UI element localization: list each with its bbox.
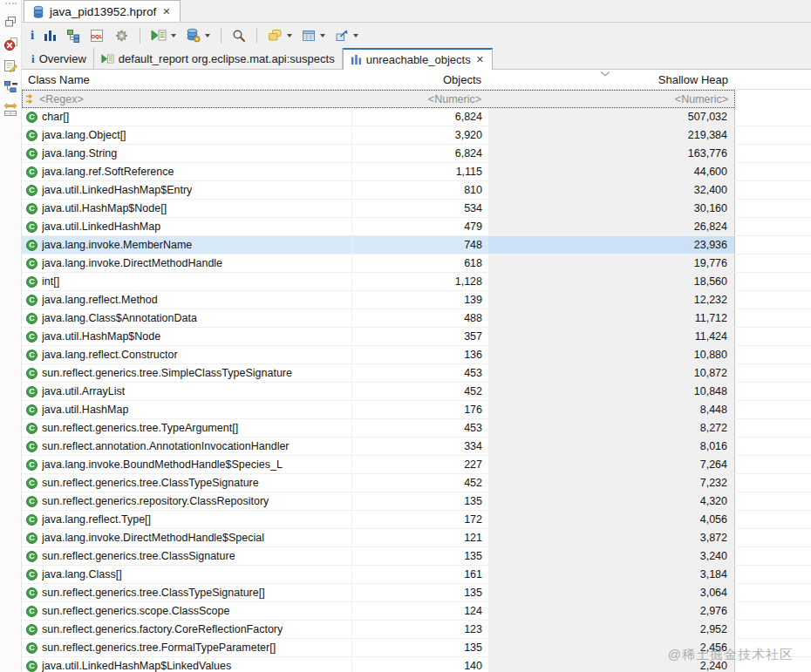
- row-filler: [735, 621, 811, 638]
- table-row[interactable]: Csun.reflect.generics.factory.CoreReflec…: [22, 621, 811, 639]
- shallow-heap-size: 10,880: [488, 346, 735, 363]
- table-row[interactable]: Cjava.lang.reflect.Method13912,232: [22, 291, 811, 309]
- table-row[interactable]: Cjava.lang.invoke.BoundMethodHandle$Spec…: [22, 456, 811, 474]
- tab-label: Overview: [39, 52, 86, 65]
- class-icon: C: [26, 551, 37, 562]
- table-row[interactable]: Cjava.util.LinkedHashMap$LinkedValues140…: [22, 657, 811, 672]
- toolbar-separator: [221, 28, 221, 44]
- table-row[interactable]: Cint[]1,12818,560: [22, 273, 811, 291]
- table-row[interactable]: Csun.reflect.generics.tree.TypeArgument[…: [22, 419, 811, 438]
- objects-count: 135: [352, 547, 488, 565]
- class-name-text: int[]: [42, 273, 59, 290]
- table-row[interactable]: Csun.reflect.generics.tree.FormalTypePar…: [22, 639, 811, 657]
- table-row[interactable]: Csun.reflect.generics.tree.ClassSignatur…: [22, 547, 811, 566]
- table-row[interactable]: Cjava.util.HashMap$Node35711,424: [22, 328, 811, 346]
- class-name-text: java.lang.Class$AnnotationData: [42, 309, 197, 327]
- class-name-text: sun.reflect.generics.tree.TypeArgument[]: [42, 419, 238, 437]
- row-filler: [735, 584, 811, 601]
- table-row[interactable]: Cchar[]6,824507,032: [22, 108, 811, 126]
- table-row[interactable]: Cjava.lang.Object[]3,920219,384: [22, 126, 811, 145]
- class-name-text: java.util.HashMap: [42, 401, 128, 418]
- table-header: Class Name Objects Shallow Heap: [22, 70, 811, 90]
- compare-tables-icon[interactable]: [2, 100, 19, 118]
- table-body: Cchar[]6,824507,032Cjava.lang.Object[]3,…: [22, 108, 811, 672]
- hierarchy-view-icon[interactable]: [2, 78, 19, 96]
- histogram-button[interactable]: [43, 26, 58, 45]
- run-expert-report-button[interactable]: [150, 26, 177, 45]
- class-name-text: java.lang.String: [42, 145, 117, 162]
- info-icon: i: [31, 29, 34, 42]
- shallow-heap-size: 2,240: [488, 657, 735, 672]
- class-icon: C: [26, 185, 37, 196]
- editor-tab-label: java_pid13952.hprof: [50, 5, 156, 18]
- table-row[interactable]: Cjava.lang.invoke.DirectMethodHandle6181…: [22, 255, 811, 273]
- tasks-notepad-icon[interactable]: [2, 57, 19, 74]
- column-header-shallow-heap[interactable]: Shallow Heap: [488, 70, 735, 89]
- dropdown-arrow-icon: [353, 34, 358, 37]
- shallow-heap-size: 3,240: [488, 547, 735, 565]
- error-log-icon[interactable]: [2, 35, 19, 52]
- filter-class-name[interactable]: <Regex>: [22, 90, 352, 108]
- filter-shallow-heap[interactable]: <Numeric>: [488, 90, 735, 108]
- open-query-browser-button[interactable]: [185, 26, 211, 45]
- editor-tab-heapdump[interactable]: java_pid13952.hprof ✕: [24, 0, 181, 22]
- restore-view-icon[interactable]: [2, 13, 19, 31]
- table-row[interactable]: Csun.reflect.generics.repository.ClassRe…: [22, 492, 811, 511]
- thread-overview-button[interactable]: [113, 26, 130, 45]
- class-icon: C: [26, 276, 37, 288]
- row-filler: [735, 126, 811, 144]
- table-row[interactable]: Cjava.lang.Class$AnnotationData48811,712: [22, 309, 811, 328]
- table-row[interactable]: Cjava.lang.invoke.MemberName74823,936: [22, 236, 811, 255]
- table-row[interactable]: Csun.reflect.generics.tree.SimpleClassTy…: [22, 364, 811, 383]
- class-name-text: sun.reflect.generics.scope.ClassScope: [42, 602, 229, 620]
- table-row[interactable]: Cjava.util.HashMap$Node[]53430,160: [22, 200, 811, 218]
- oql-button[interactable]: OQL: [89, 26, 106, 45]
- gear-icon: [114, 29, 129, 43]
- tab-overview[interactable]: i Overview: [24, 48, 94, 69]
- table-row[interactable]: Cjava.lang.String6,824163,776: [22, 145, 811, 163]
- group-result-button[interactable]: [267, 26, 293, 45]
- table-row[interactable]: Csun.reflect.generics.tree.ClassTypeSign…: [22, 474, 811, 492]
- objects-count: 534: [352, 200, 488, 217]
- table-row[interactable]: Cjava.util.LinkedHashMap47926,824: [22, 218, 811, 236]
- class-name-text: sun.reflect.generics.factory.CoreReflect…: [42, 621, 283, 638]
- search-button[interactable]: [231, 26, 247, 45]
- table-row[interactable]: Cjava.util.LinkedHashMap$Entry81032,400: [22, 181, 811, 200]
- overview-info-button[interactable]: i: [30, 26, 35, 45]
- class-icon: C: [26, 386, 37, 397]
- row-filler: [735, 511, 811, 528]
- table-row[interactable]: Cjava.util.HashMap1768,448: [22, 401, 811, 419]
- table-row[interactable]: Cjava.lang.invoke.DirectMethodHandle$Spe…: [22, 529, 811, 547]
- close-icon[interactable]: ✕: [475, 54, 485, 65]
- objects-count: 6,824: [352, 108, 488, 126]
- shallow-heap-size: 3,064: [488, 584, 735, 601]
- table-row[interactable]: Cjava.util.ArrayList45210,848: [22, 383, 811, 401]
- objects-count: 618: [352, 255, 488, 272]
- calculate-retained-size-button[interactable]: [301, 26, 326, 45]
- class-icon: C: [26, 240, 37, 251]
- table-row[interactable]: Csun.reflect.generics.tree.ClassTypeSign…: [22, 584, 811, 602]
- table-row[interactable]: Csun.reflect.generics.scope.ClassScope12…: [22, 602, 811, 621]
- row-filler: [735, 639, 811, 656]
- table-row[interactable]: Cjava.lang.reflect.Type[]1724,056: [22, 511, 811, 529]
- close-icon[interactable]: ✕: [161, 6, 171, 17]
- table-row[interactable]: Csun.reflect.annotation.AnnotationInvoca…: [22, 438, 811, 456]
- table-row[interactable]: Cjava.lang.reflect.Constructor13610,880: [22, 346, 811, 364]
- class-name-text: java.lang.reflect.Constructor: [42, 346, 178, 363]
- class-icon: C: [26, 459, 37, 471]
- tab-unreachable-objects[interactable]: unreachable_objects ✕: [343, 48, 493, 70]
- class-icon: C: [26, 661, 37, 672]
- tab-default-report[interactable]: default_report org.eclipse.mat.api:suspe…: [94, 48, 343, 69]
- table-row[interactable]: Cjava.lang.Class[]1613,184: [22, 566, 811, 584]
- class-icon: C: [26, 441, 37, 452]
- objects-count: 140: [352, 657, 488, 672]
- export-button[interactable]: [334, 26, 359, 45]
- dominator-tree-button[interactable]: [65, 26, 81, 45]
- editor-tab-bar: java_pid13952.hprof ✕: [22, 0, 811, 23]
- table-row[interactable]: Cjava.lang.ref.SoftReference1,11544,600: [22, 163, 811, 181]
- filter-objects[interactable]: <Numeric>: [352, 90, 488, 108]
- row-filler: [735, 108, 811, 126]
- column-header-class-name[interactable]: Class Name: [22, 70, 352, 89]
- column-header-objects[interactable]: Objects: [352, 70, 488, 89]
- class-icon: C: [26, 606, 37, 617]
